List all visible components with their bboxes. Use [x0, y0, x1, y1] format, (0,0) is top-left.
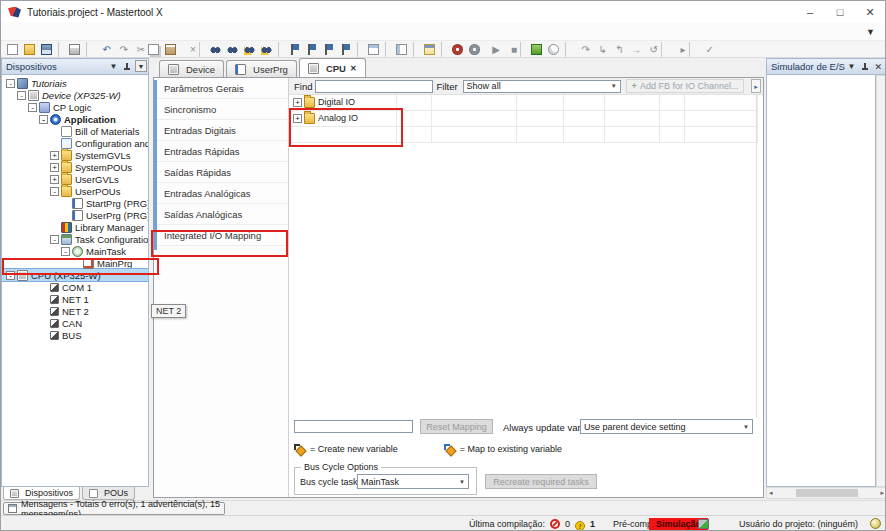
tree-item[interactable]: - MainTask	[2, 245, 148, 257]
horizontal-scrollbar[interactable]: ◂ ▸	[766, 487, 886, 499]
tree-item[interactable]: COM 1	[2, 281, 148, 293]
nav-item[interactable]: Entradas Analógicas	[154, 183, 288, 204]
tree-expander[interactable]: +	[50, 151, 59, 160]
single-cycle-icon[interactable]: ▸	[669, 42, 686, 57]
table-scrollbar[interactable]	[756, 95, 757, 417]
tree-item[interactable]: - CPU (XP325-W)	[2, 269, 148, 281]
login-icon[interactable]	[528, 42, 545, 57]
add-fb-button[interactable]: + Add FB for IO Channel...	[626, 79, 745, 93]
vertical-scrollbar[interactable]	[876, 75, 886, 487]
bookmark-next-icon[interactable]	[303, 42, 320, 57]
document-tab[interactable]: UserPrg	[226, 60, 297, 77]
tree-expander[interactable]: -	[61, 247, 70, 256]
tree-item[interactable]: UserPrg (PRG)	[2, 209, 148, 221]
tree-item[interactable]: - UserPOUs	[2, 185, 148, 197]
recreate-tasks-button[interactable]: Recreate required tasks	[485, 474, 597, 489]
pin-icon[interactable]	[122, 62, 131, 71]
build-icon[interactable]	[421, 42, 438, 57]
tree-expander[interactable]: -	[6, 271, 15, 280]
float-window-icon[interactable]	[393, 42, 410, 57]
replace-project-icon[interactable]	[258, 42, 275, 57]
undo-icon[interactable]: ↶	[94, 42, 111, 57]
run-to-cursor-icon[interactable]: →	[624, 42, 641, 57]
reset-mapping-button[interactable]: Reset Mapping	[420, 419, 493, 434]
tree-item[interactable]: - CP Logic	[2, 101, 148, 113]
tree-item[interactable]: Bill of Materials	[2, 125, 148, 137]
messages-tab[interactable]: Mensagens - Totais 0 erro(s), 1 advertên…	[3, 502, 225, 515]
menu-item[interactable]	[167, 30, 183, 34]
find-icon[interactable]	[207, 42, 224, 57]
nav-item[interactable]: Entradas Rápidas	[154, 141, 288, 162]
tree-expander[interactable]: -	[17, 91, 26, 100]
nav-item[interactable]: Parâmetros Gerais	[154, 78, 288, 99]
menu-item[interactable]	[23, 30, 39, 34]
maximize-button[interactable]: □	[825, 1, 855, 23]
panel-close-icon[interactable]: ✕	[874, 63, 882, 71]
menu-item[interactable]	[119, 30, 135, 34]
menu-item[interactable]	[39, 30, 55, 34]
menu-item[interactable]	[135, 30, 151, 34]
tree-expander[interactable]: -	[50, 187, 59, 196]
generate-code-icon[interactable]	[449, 42, 466, 57]
stop-icon[interactable]: ■	[500, 42, 517, 57]
menu-item[interactable]	[151, 30, 167, 34]
open-project-icon[interactable]	[21, 42, 38, 57]
tree-item[interactable]: Configuration and Consu	[2, 137, 148, 149]
tree-expander[interactable]: -	[50, 235, 59, 244]
nav-item[interactable]: Entradas Digitais	[154, 120, 288, 141]
flow-control-icon[interactable]: ✓	[697, 42, 714, 57]
tree-expander[interactable]: +	[50, 163, 59, 172]
nav-item[interactable]: Saídas Analógicas	[154, 204, 288, 225]
new-project-icon[interactable]	[4, 42, 21, 57]
menu-item[interactable]	[87, 30, 103, 34]
io-channel-extra-button[interactable]: ▸	[751, 79, 761, 93]
step-over-icon[interactable]: ↷	[573, 42, 590, 57]
scroll-right-icon[interactable]: ▸	[880, 489, 884, 497]
tree-item[interactable]: - Device (XP325-W)	[2, 89, 148, 101]
paste-icon[interactable]	[162, 42, 179, 57]
row-expander[interactable]: +	[293, 114, 302, 123]
row-expander[interactable]: +	[293, 98, 302, 107]
document-tab[interactable]: Device	[159, 60, 224, 77]
minimize-button[interactable]: –	[795, 1, 825, 23]
tree-item[interactable]: - Tutoriais	[2, 77, 148, 89]
tree-item[interactable]: NET 1	[2, 293, 148, 305]
generate-all-icon[interactable]	[466, 42, 483, 57]
multiple-windows-icon[interactable]	[365, 42, 382, 57]
delete-icon[interactable]: ×	[179, 42, 196, 57]
tree-expander[interactable]: -	[6, 79, 15, 88]
table-row[interactable]: + Digital IO	[291, 94, 757, 110]
menu-item[interactable]	[55, 30, 71, 34]
panel-menu-icon[interactable]: ▼	[110, 63, 118, 71]
close-button[interactable]: ✕	[855, 1, 885, 23]
tree-item[interactable]: Library Manager	[2, 221, 148, 233]
menu-item[interactable]	[7, 30, 23, 34]
save-project-icon[interactable]	[38, 42, 55, 57]
bookmark-clear-icon[interactable]	[337, 42, 354, 57]
tree-item[interactable]: BUS	[2, 329, 148, 341]
tree-item[interactable]: CAN	[2, 317, 148, 329]
tree-expander[interactable]: -	[39, 115, 48, 124]
scroll-left-icon[interactable]: ◂	[769, 489, 773, 497]
bookmark-toggle-icon[interactable]	[286, 42, 303, 57]
print-icon[interactable]	[66, 42, 83, 57]
tree-expander[interactable]: +	[50, 175, 59, 184]
tree-expander[interactable]: -	[28, 103, 37, 112]
tree-item[interactable]: MainPrg	[2, 257, 148, 269]
panel-menu-icon[interactable]: ▼	[848, 63, 856, 71]
bookmark-prev-icon[interactable]	[320, 42, 337, 57]
step-out-icon[interactable]: ↰	[607, 42, 624, 57]
mapping-filter-input[interactable]	[294, 420, 413, 433]
cut-icon[interactable]: ✂	[128, 42, 145, 57]
logout-icon[interactable]	[545, 42, 562, 57]
tree-item[interactable]: - Application	[2, 113, 148, 125]
step-into-icon[interactable]: ↳	[590, 42, 607, 57]
copy-icon[interactable]	[145, 42, 162, 57]
filter-dropdown[interactable]: Show all ▼	[463, 80, 621, 93]
bus-cycle-task-dropdown[interactable]: MainTask ▼	[357, 474, 469, 489]
tree-item[interactable]: + UserGVLs	[2, 173, 148, 185]
pin-icon[interactable]	[860, 62, 869, 71]
tree-dropdown-button[interactable]: ▼	[135, 60, 147, 72]
nav-item[interactable]: Saídas Rápidas	[154, 162, 288, 183]
start-icon[interactable]: ▶	[483, 42, 500, 57]
